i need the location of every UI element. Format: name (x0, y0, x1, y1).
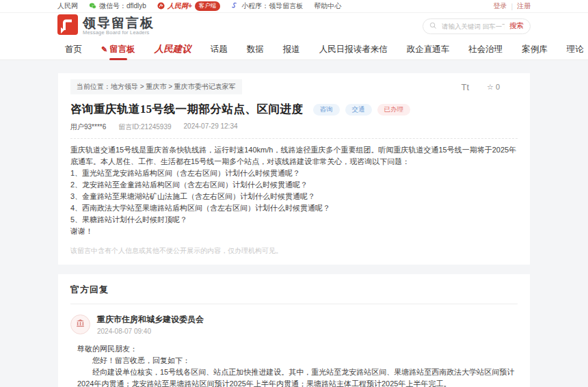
nav-item-theory[interactable]: 理论 (567, 44, 584, 55)
message-meta: 用户93****6 留言ID:21245939 2024-07-29 12:34 (70, 122, 518, 132)
login-register-divider: | (511, 3, 513, 10)
reply-paragraph: 您好！留言收悉，回复如下： (77, 355, 518, 366)
message-card: 当前位置：地方领导 > 重庆市 > 重庆市委书记袁家军 Tt ☆ 0 咨询重庆轨… (58, 73, 530, 265)
org-avatar (70, 315, 90, 334)
message-paragraph: 3、金童路站至果塘湖站矿山法施工（含左右区间）计划什么时候贯通呢？ (70, 191, 518, 202)
nav-item-topics[interactable]: 话题 (211, 44, 228, 55)
main-content: 当前位置：地方领导 > 重庆市 > 重庆市委书记袁家军 Tt ☆ 0 咨询重庆轨… (0, 60, 588, 387)
message-datetime: 2024-07-29 12:34 (184, 122, 238, 132)
message-author: 用户93****6 (70, 122, 106, 132)
meta-divider (70, 138, 518, 139)
peoples-daily-link[interactable]: 人民网 (57, 1, 78, 11)
privacy-disclaimer: 该留言中含有个人信息或其他不便公开展示的内容，仅办理机构可见。 (70, 246, 518, 256)
message-paragraph: 2、龙安路站至金童路站盾构区间（含左右区间）计划什么时候贯通呢？ (70, 179, 518, 191)
reply-paragraph: 经向建设单位核实，15号线各区间、站点正加快推进建设。其中，重光站至龙安路站区间… (77, 366, 518, 387)
message-paragraph: 谢谢！ (70, 226, 518, 237)
reply-org-name: 重庆市住房和城乡建设委员会 (97, 314, 204, 325)
tag-inquiry: 咨询 (313, 104, 340, 116)
miniprogram-entry[interactable]: 小程序：领导留言板 (231, 1, 303, 11)
official-reply-heading: 官方回复 (70, 284, 518, 296)
message-title: 咨询重庆轨道15号线一期部分站点、区间进度 (70, 102, 304, 117)
nav-item-reader-letters[interactable]: 人民日报读者来信 (319, 44, 388, 55)
site-subtitle: Message Board for Leaders (83, 29, 155, 36)
client-badge: 客户端 (195, 1, 221, 11)
register-link[interactable]: 注册 (517, 1, 531, 11)
top-utility-bar: 人民网 微信号：dfldlyb 人民网+ 客户端 小程序：领导留言板 帮助中心 … (0, 0, 588, 13)
nav-item-case-library[interactable]: 案例库 (522, 44, 548, 55)
wechat-icon (89, 2, 96, 11)
reply-body: 尊敬的网民朋友： 您好！留言收悉，回复如下： 经向建设单位核实，15号线各区间、… (77, 343, 518, 387)
message-board-icon: ✎ (101, 46, 107, 53)
message-paragraph: 5、果糖路站计划什么时候封顶呢？ (70, 214, 518, 226)
nav-item-home[interactable]: 首页 (65, 44, 82, 55)
main-nav: 首页 ✎ 留言板 人民建议 话题 数据 报道 人民日报读者来信 政企直通车 社会… (0, 39, 588, 60)
app-client-link[interactable]: 人民网+ 客户端 (157, 1, 220, 11)
miniprogram-label: 小程序：领导留言板 (241, 1, 303, 11)
official-reply-card: 官方回复 重庆市住房和城乡建设委员会 2024-08-07 09:40 尊敬的网… (58, 274, 530, 387)
help-center-link[interactable]: 帮助中心 (314, 1, 341, 11)
favorite-button[interactable]: ☆ 0 (487, 83, 500, 92)
nav-item-gov-business[interactable]: 政企直通车 (407, 44, 450, 55)
star-icon: ☆ (487, 83, 494, 92)
nav-item-message-board[interactable]: ✎ 留言板 (101, 44, 135, 55)
site-title: 领导留言板 (83, 16, 155, 30)
site-header: 领导留言板 Message Board for Leaders 搜索 (0, 13, 588, 39)
login-link[interactable]: 登录 (493, 1, 507, 11)
nav-item-peoples-suggestions[interactable]: 人民建议 (155, 43, 191, 55)
message-paragraph: 1、重光站至龙安路站盾构区间（含左右区间）计划什么时候贯通呢？ (70, 168, 518, 179)
site-logo[interactable]: 领导留言板 Message Board for Leaders (57, 14, 155, 38)
government-building-icon (75, 318, 85, 331)
wechat-account-label: 微信号：dfldlyb (99, 1, 146, 11)
status-badge-handled: 已办理 (377, 104, 411, 116)
message-body: 重庆轨道交通15号线是重庆首条快轨线路，运行时速140km/h，线路途径重庆多个… (70, 144, 518, 237)
tag-transport: 交通 (345, 104, 372, 116)
breadcrumb[interactable]: 当前位置：地方领导 > 重庆市 > 重庆市委书记袁家军 (70, 79, 242, 94)
message-paragraph: 重庆轨道交通15号线是重庆首条快轨线路，运行时速140km/h，线路途径重庆多个… (70, 144, 518, 168)
search-bar: 搜索 (423, 18, 531, 34)
favorite-count: 0 (496, 83, 500, 91)
peoples-daily-plus-icon (157, 2, 165, 11)
search-icon (429, 20, 437, 32)
search-button[interactable]: 搜索 (509, 21, 524, 31)
reply-paragraph: 尊敬的网民朋友： (77, 343, 518, 355)
nav-item-message-board-label: 留言板 (109, 44, 135, 55)
site-logo-icon (57, 14, 78, 38)
message-paragraph: 4、西南政法大学站至果塘路站盾构区间（含左右区间）计划什么时候贯通呢？ (70, 202, 518, 214)
nav-item-data[interactable]: 数据 (247, 44, 264, 55)
message-id: 留言ID:21245939 (118, 122, 171, 132)
nav-item-reports[interactable]: 报道 (283, 44, 300, 55)
reply-datetime: 2024-08-07 09:40 (97, 328, 204, 335)
app-brand-label: 人民网+ (168, 1, 192, 11)
font-size-toggle[interactable]: Tt (461, 82, 469, 92)
nav-item-social-governance[interactable]: 社会治理 (468, 44, 503, 55)
reply-divider (70, 304, 518, 304)
miniprogram-icon (231, 2, 239, 11)
wechat-account: 微信号：dfldlyb (89, 1, 146, 11)
search-input[interactable] (440, 22, 506, 31)
